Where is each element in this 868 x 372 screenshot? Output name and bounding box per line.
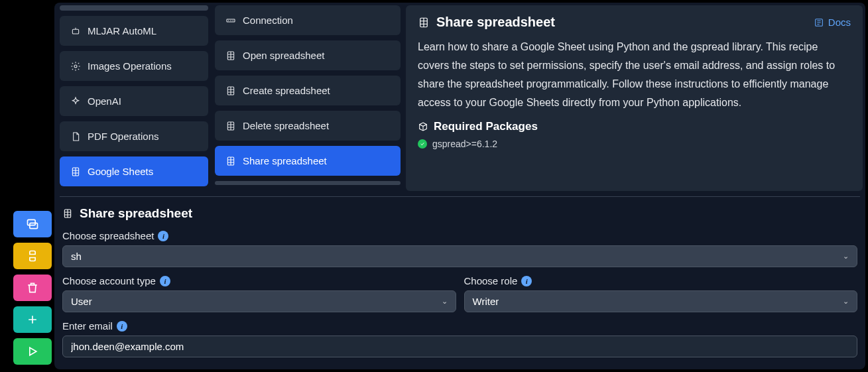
delete-button[interactable] [13,275,52,301]
role-label: Choose role i [464,275,858,286]
recipe-list: Connection Open spreadsheet Create sprea… [215,5,401,191]
sheet-icon [418,17,430,29]
sheet-icon [62,208,73,219]
chevron-down-icon: ⌄ [843,252,849,261]
gear-icon [70,61,81,72]
recipe-scroll-bottom [215,181,401,185]
info-icon[interactable]: i [521,276,532,286]
info-icon[interactable]: i [158,231,168,241]
main-panel: MLJAR AutoML Images Operations OpenAI PD… [54,3,865,369]
account-type-label-text: Choose account type [62,275,156,286]
account-role-row: Choose account type i User ⌄ Choose role… [62,275,857,320]
book-icon [814,17,824,28]
required-packages-label: Required Packages [434,120,538,133]
sheet-icon [225,50,236,61]
recipe-label: Share spreadsheet [243,155,327,166]
divider [60,196,860,197]
detail-title-text: Share spreadsheet [436,15,555,30]
category-label: MLJAR AutoML [88,25,156,36]
plus-icon [26,313,39,326]
file-icon [70,131,81,142]
account-type-select[interactable]: User ⌄ [62,290,456,312]
docs-link[interactable]: Docs [814,17,851,28]
docs-link-label: Docs [828,17,851,28]
api-icon [225,15,236,26]
email-input[interactable] [62,336,857,357]
category-scroll-top [60,5,208,11]
recipe-create[interactable]: Create spreadsheet [215,76,401,105]
email-label-text: Enter email [62,320,113,332]
sheet-icon [225,156,236,166]
sparkle-icon [70,96,81,107]
role-value: Writer [473,296,499,307]
svg-point-3 [74,65,77,68]
form-title: Share spreadsheet [62,206,857,221]
detail-title: Share spreadsheet [418,15,555,30]
field-email: Enter email i [62,320,857,357]
sheet-icon [70,166,81,177]
svg-rect-2 [72,29,78,34]
recipe-share[interactable]: Share spreadsheet [215,146,401,176]
recipe-detail: Share spreadsheet Docs Learn how to shar… [406,5,863,191]
category-label: Images Operations [88,60,172,72]
check-icon [418,139,427,149]
required-packages-title: Required Packages [418,120,851,133]
form-title-text: Share spreadsheet [80,206,192,221]
info-icon[interactable]: i [160,276,170,286]
chat-icon [26,217,39,231]
role-label-text: Choose role [464,275,518,286]
account-type-label: Choose account type i [62,275,456,286]
info-icon[interactable]: i [117,321,127,332]
category-label: PDF Operations [88,131,159,142]
recipe-label: Open spreadsheet [243,50,324,61]
detail-description: Learn how to share a Google Sheet using … [418,38,851,112]
chat-button[interactable] [13,211,52,237]
recipe-label: Delete spreadsheet [243,120,329,131]
recipe-delete[interactable]: Delete spreadsheet [215,111,401,141]
package-row: gspread>=6.1.2 [418,139,851,149]
robot-icon [70,26,81,36]
category-list: MLJAR AutoML Images Operations OpenAI PD… [57,5,210,191]
chevron-down-icon: ⌄ [442,297,448,306]
package-name: gspread>=6.1.2 [432,139,497,149]
category-pdf[interactable]: PDF Operations [60,121,208,151]
recipe-connection[interactable]: Connection [215,5,401,35]
category-sheets[interactable]: Google Sheets [60,156,208,186]
python-icon [26,249,39,263]
spreadsheet-label: Choose spreadsheet i [62,230,857,241]
category-openai[interactable]: OpenAI [60,86,208,116]
python-button[interactable] [13,243,52,269]
field-role: Choose role i Writer ⌄ [464,275,858,312]
form-section: Share spreadsheet Choose spreadsheet i s… [57,202,863,363]
trash-icon [26,281,39,294]
side-toolbar [13,211,52,365]
top-row: MLJAR AutoML Images Operations OpenAI PD… [57,5,863,191]
package-icon [418,121,428,132]
field-spreadsheet: Choose spreadsheet i sh ⌄ [62,230,857,267]
sheet-icon [225,121,236,131]
spreadsheet-value: sh [71,251,82,262]
spreadsheet-label-text: Choose spreadsheet [62,230,154,241]
spreadsheet-select[interactable]: sh ⌄ [62,245,857,267]
play-icon [26,345,39,358]
detail-header: Share spreadsheet Docs [418,15,851,30]
sheet-icon [225,86,236,96]
run-button[interactable] [13,338,52,365]
category-label: Google Sheets [88,166,153,177]
recipe-label: Create spreadsheet [243,85,330,96]
role-select[interactable]: Writer ⌄ [464,290,858,312]
category-images[interactable]: Images Operations [60,51,208,81]
chevron-down-icon: ⌄ [843,297,849,306]
account-type-value: User [71,296,92,307]
recipe-open[interactable]: Open spreadsheet [215,40,401,70]
recipe-label: Connection [243,15,293,26]
field-account-type: Choose account type i User ⌄ [62,275,456,312]
category-label: OpenAI [88,95,121,107]
add-button[interactable] [13,306,52,333]
email-label: Enter email i [62,320,857,332]
category-mljar[interactable]: MLJAR AutoML [60,16,208,46]
